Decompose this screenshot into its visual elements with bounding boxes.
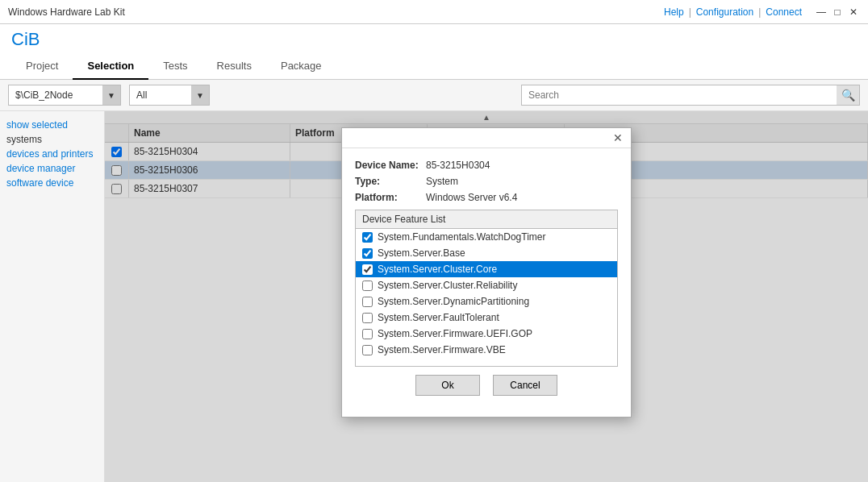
toolbar: $\CiB_2Node ▼ All ▼ 🔍 bbox=[0, 80, 868, 111]
filter-dropdown-arrow[interactable]: ▼ bbox=[191, 85, 209, 105]
feature-label: System.Server.Firmware.VBE bbox=[378, 344, 506, 355]
modal-title-bar: ✕ bbox=[342, 128, 631, 148]
feature-checkbox[interactable] bbox=[362, 329, 373, 339]
device-name-field: Device Name: 85-3215H0304 bbox=[355, 160, 618, 171]
feature-checkbox[interactable] bbox=[362, 248, 373, 259]
tab-selection[interactable]: Selection bbox=[73, 53, 148, 80]
type-field: Type: System bbox=[355, 176, 618, 187]
feature-label: System.Server.Firmware.UEFI.GOP bbox=[378, 328, 532, 339]
platform-label: Platform: bbox=[355, 192, 419, 203]
feature-label: System.Fundamentals.WatchDogTimer bbox=[378, 231, 546, 243]
search-bar: 🔍 bbox=[521, 85, 860, 106]
tab-package[interactable]: Package bbox=[266, 53, 336, 80]
feature-item[interactable]: System.Server.FaultTolerant bbox=[356, 310, 617, 326]
type-value: System bbox=[426, 176, 458, 187]
modal-overlay: ✕ Device Name: 85-3215H0304 Type: System… bbox=[105, 111, 868, 482]
modal-buttons: Ok Cancel bbox=[355, 367, 618, 407]
sidebar-item-software-device[interactable]: software device bbox=[6, 177, 98, 189]
feature-label: System.Server.FaultTolerant bbox=[378, 312, 499, 323]
title-bar: Windows Hardware Lab Kit Help | Configur… bbox=[0, 0, 868, 24]
filter-dropdown[interactable]: All ▼ bbox=[129, 85, 210, 106]
sidebar-item-device-manager[interactable]: device manager bbox=[6, 163, 98, 174]
window-controls: — □ ✕ bbox=[815, 6, 860, 18]
app-logo: CiB bbox=[11, 29, 857, 50]
feature-item[interactable]: System.Server.Cluster.Core bbox=[356, 261, 617, 277]
platform-field: Platform: Windows Server v6.4 bbox=[355, 192, 618, 203]
minimize-button[interactable]: — bbox=[815, 6, 828, 18]
close-button[interactable]: ✕ bbox=[847, 6, 860, 18]
filter-dropdown-value: All bbox=[130, 89, 191, 101]
sep2: | bbox=[758, 6, 761, 18]
feature-label: System.Server.DynamicPartitioning bbox=[378, 296, 529, 307]
search-input[interactable] bbox=[522, 89, 837, 101]
connect-link[interactable]: Connect bbox=[766, 6, 802, 18]
configuration-link[interactable]: Configuration bbox=[696, 6, 753, 18]
app-header: CiB Project Selection Tests Results Pack… bbox=[0, 24, 868, 80]
node-dropdown[interactable]: $\CiB_2Node ▼ bbox=[8, 85, 121, 106]
modal-body: Device Name: 85-3215H0304 Type: System P… bbox=[342, 148, 631, 417]
feature-checkbox[interactable] bbox=[362, 232, 373, 243]
feature-item[interactable]: System.Server.Firmware.VBE bbox=[356, 342, 617, 358]
device-name-label: Device Name: bbox=[355, 160, 419, 171]
main-area: show selected systems devices and printe… bbox=[0, 111, 868, 482]
tab-project[interactable]: Project bbox=[11, 53, 73, 80]
sidebar-item-systems[interactable]: systems bbox=[6, 134, 98, 145]
feature-label: System.Server.Cluster.Reliability bbox=[378, 280, 517, 291]
help-link[interactable]: Help bbox=[664, 6, 684, 18]
feature-item[interactable]: System.Fundamentals.WatchDogTimer bbox=[356, 229, 617, 245]
feature-checkbox[interactable] bbox=[362, 297, 373, 307]
node-dropdown-value: $\CiB_2Node bbox=[9, 89, 102, 101]
maximize-button[interactable]: □ bbox=[831, 6, 844, 18]
feature-item[interactable]: System.Server.Base bbox=[356, 245, 617, 261]
search-icon[interactable]: 🔍 bbox=[837, 85, 859, 105]
feature-label: System.Server.Base bbox=[378, 247, 465, 259]
feature-checkbox[interactable] bbox=[362, 313, 373, 323]
feature-item[interactable]: System.Server.Firmware.UEFI.GOP bbox=[356, 326, 617, 342]
feature-label: System.Server.Cluster.Core bbox=[378, 264, 497, 275]
cancel-button[interactable]: Cancel bbox=[493, 375, 557, 396]
device-feature-list-box: Device Feature List System.Fundamentals.… bbox=[355, 210, 618, 367]
sidebar-item-show-selected[interactable]: show selected bbox=[6, 119, 98, 131]
device-name-value: 85-3215H0304 bbox=[426, 160, 490, 171]
tab-tests[interactable]: Tests bbox=[148, 53, 202, 80]
modal-dialog: ✕ Device Name: 85-3215H0304 Type: System… bbox=[341, 127, 632, 418]
node-dropdown-arrow[interactable]: ▼ bbox=[102, 85, 120, 105]
sidebar: show selected systems devices and printe… bbox=[0, 111, 105, 482]
feature-checkbox[interactable] bbox=[362, 280, 373, 291]
feature-checkbox[interactable] bbox=[362, 345, 373, 355]
feature-list-scroll[interactable]: System.Fundamentals.WatchDogTimerSystem.… bbox=[356, 229, 617, 366]
type-label: Type: bbox=[355, 176, 419, 187]
ok-button[interactable]: Ok bbox=[415, 375, 480, 396]
device-feature-list-header: Device Feature List bbox=[356, 210, 617, 229]
nav-tabs: Project Selection Tests Results Package bbox=[11, 53, 857, 79]
table-area: ▲ Name Platform Machine Group 85-3215H03… bbox=[105, 111, 868, 482]
feature-item[interactable]: System.Server.Cluster.Reliability bbox=[356, 277, 617, 293]
sidebar-item-devices-printers[interactable]: devices and printers bbox=[6, 148, 98, 160]
feature-item[interactable]: System.Server.DynamicPartitioning bbox=[356, 293, 617, 310]
platform-value: Windows Server v6.4 bbox=[426, 192, 517, 203]
tab-results[interactable]: Results bbox=[202, 53, 266, 80]
sep1: | bbox=[689, 6, 691, 18]
app-title: Windows Hardware Lab Kit bbox=[8, 6, 125, 18]
modal-close-button[interactable]: ✕ bbox=[610, 131, 626, 144]
feature-checkbox[interactable] bbox=[362, 264, 373, 275]
